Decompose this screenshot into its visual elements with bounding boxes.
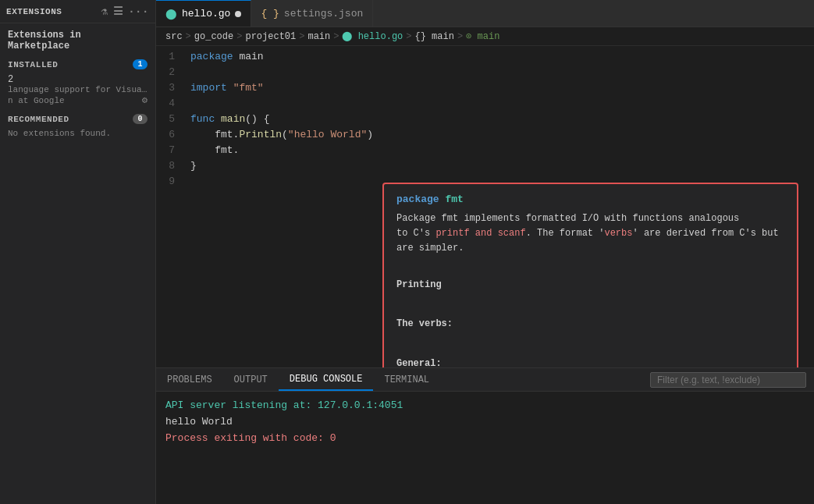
code-line-8: 8 } xyxy=(156,158,814,174)
installed-section-label: INSTALLED 1 xyxy=(0,55,155,71)
editor-area: 1 package main 2 3 import "fmt" 4 xyxy=(156,46,814,504)
line-content-2 xyxy=(187,65,814,80)
code-line-6: 6 fmt.Println("hello World") xyxy=(156,127,814,143)
panel-filter-input[interactable] xyxy=(650,372,806,388)
more-icon[interactable]: ··· xyxy=(128,5,149,18)
list-icon[interactable]: ☰ xyxy=(113,5,124,18)
line-num-8: 8 xyxy=(156,158,187,174)
sidebar-header: EXTENSIONS ⚗ ☰ ··· xyxy=(0,0,155,23)
marketplace-title: Extensions in Marketplace xyxy=(0,23,155,55)
line-content-7: fmt. xyxy=(187,143,814,158)
tab-hello-go[interactable]: ⬤ hello.go xyxy=(156,0,251,27)
tab-hello-go-label: hello.go xyxy=(182,8,230,20)
console-line-3: Process exiting with code: 0 xyxy=(165,431,805,447)
tab-settings-json-label: settings.json xyxy=(284,8,363,20)
hover-line-5 xyxy=(396,296,784,311)
hover-line-1: Package fmt implements formatted I/O wit… xyxy=(396,211,784,226)
hover-section-verbs: The verbs: xyxy=(396,317,784,332)
code-container[interactable]: 1 package main 2 3 import "fmt" 4 xyxy=(156,46,814,367)
extension-name-go: 2 xyxy=(8,74,148,85)
breadcrumb-main-fn: ⊙ main xyxy=(466,30,499,42)
hover-popup: package fmt Package fmt implements forma… xyxy=(382,183,798,367)
code-line-5: 5 func main() { xyxy=(156,112,814,127)
hover-section-general: General: xyxy=(396,357,784,368)
code-line-3: 3 import "fmt" xyxy=(156,80,814,96)
line-num-1: 1 xyxy=(156,49,187,65)
recommended-badge: 0 xyxy=(133,114,148,124)
line-num-4: 4 xyxy=(156,96,187,112)
breadcrumb-hello-go: ⬤ hello.go xyxy=(342,30,403,42)
extension-author-go: n at Google ⚙ xyxy=(8,94,148,106)
extension-item-go[interactable]: 2 language support for Visual S... n at … xyxy=(0,71,155,109)
tab-debug-console[interactable]: DEBUG CONSOLE xyxy=(279,368,374,391)
hover-popup-title: package fmt xyxy=(396,193,784,205)
line-num-5: 5 xyxy=(156,112,187,127)
breadcrumb-go-code: go_code xyxy=(194,31,233,42)
breadcrumb-main-dir: main xyxy=(307,31,330,42)
installed-section-text: INSTALLED xyxy=(8,60,58,69)
tab-bar: ⬤ hello.go { } settings.json xyxy=(156,0,814,27)
sidebar-header-icons: ⚗ ☰ ··· xyxy=(101,5,149,18)
line-content-1: package main xyxy=(187,49,814,65)
code-line-4: 4 xyxy=(156,96,814,112)
extension-desc-go: language support for Visual S... xyxy=(8,85,148,94)
hover-line-2: to C's printf and scanf. The format 'ver… xyxy=(396,226,784,241)
recommended-section-text: RECOMMENDED xyxy=(8,115,69,124)
panel-tab-right xyxy=(642,368,814,391)
tab-settings-json[interactable]: { } settings.json xyxy=(251,0,373,27)
hover-line-4 xyxy=(396,257,784,272)
code-line-2: 2 xyxy=(156,65,814,80)
line-num-3: 3 xyxy=(156,80,187,96)
panel-tabs: PROBLEMS OUTPUT DEBUG CONSOLE TERMINAL xyxy=(156,368,814,392)
sidebar-header-title: EXTENSIONS xyxy=(6,7,62,16)
no-extensions-text: No extensions found. xyxy=(0,126,155,141)
filter-icon[interactable]: ⚗ xyxy=(101,5,108,18)
line-num-2: 2 xyxy=(156,65,187,80)
console-line-1: API server listening at: 127.0.0.1:4051 xyxy=(165,398,805,414)
line-content-8: } xyxy=(187,158,814,174)
tab-modified-dot xyxy=(235,11,241,17)
hover-popup-body: Package fmt implements formatted I/O wit… xyxy=(396,211,784,367)
main-area: ⬤ hello.go { } settings.json src > go_co… xyxy=(156,0,814,504)
line-num-6: 6 xyxy=(156,127,187,143)
bottom-panel: PROBLEMS OUTPUT DEBUG CONSOLE TERMINAL A… xyxy=(156,367,814,504)
hover-line-6 xyxy=(396,335,784,350)
breadcrumb-project01: project01 xyxy=(245,31,296,42)
go-file-icon: ⬤ xyxy=(165,8,177,20)
line-content-4 xyxy=(187,96,814,112)
installed-badge: 1 xyxy=(133,59,148,69)
sidebar: EXTENSIONS ⚗ ☰ ··· Extensions in Marketp… xyxy=(0,0,156,504)
line-content-6: fmt.Println("hello World") xyxy=(187,127,814,143)
code-line-7: 7 fmt. xyxy=(156,143,814,158)
code-line-1: 1 package main xyxy=(156,49,814,65)
breadcrumb-src: src xyxy=(165,31,183,42)
hover-line-3: are simpler. xyxy=(396,241,784,256)
line-content-5: func main() { xyxy=(187,112,814,127)
breadcrumb-main-fn-container: {} main xyxy=(414,31,453,42)
hover-section-printing: Printing xyxy=(396,278,784,293)
tab-problems[interactable]: PROBLEMS xyxy=(156,368,223,391)
tab-output[interactable]: OUTPUT xyxy=(223,368,279,391)
breadcrumb: src > go_code > project01 > main > ⬤ hel… xyxy=(156,27,814,46)
console-line-2: hello World xyxy=(165,414,805,431)
line-num-9: 9 xyxy=(156,174,187,190)
tab-terminal[interactable]: TERMINAL xyxy=(373,368,440,391)
settings-gear-icon[interactable]: ⚙ xyxy=(142,94,148,106)
line-num-7: 7 xyxy=(156,143,187,158)
recommended-section-label: RECOMMENDED 0 xyxy=(0,109,155,126)
panel-content: API server listening at: 127.0.0.1:4051 … xyxy=(156,392,814,504)
line-content-3: import "fmt" xyxy=(187,80,814,96)
json-file-icon: { } xyxy=(261,8,279,20)
